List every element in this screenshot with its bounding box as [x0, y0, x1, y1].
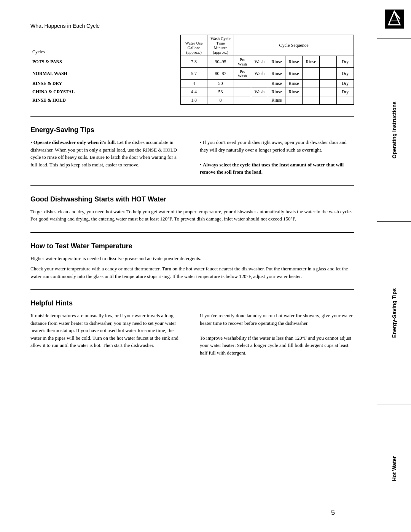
seq-empty1-rinsehold [234, 96, 251, 105]
seq-empty4-rinsedry [320, 80, 337, 88]
cycle-name-normal: NORMAL WASH [30, 68, 181, 80]
sidebar-tab-energy[interactable]: Energy-Saving Tips [377, 221, 411, 404]
brand-logo-icon [383, 8, 406, 30]
seq-dry-rinsedry: Dry [337, 80, 354, 88]
hot-water-section: Good Dishwashing Starts with HOT Water T… [30, 195, 354, 223]
seq-prewash-normal: PreWash [234, 68, 251, 80]
table-row: CHINA & CRYSTAL 4.4 53 Wash Rinse Rinse … [30, 88, 354, 96]
sidebar-tabs: Operating Instructions Energy-Saving Tip… [377, 38, 411, 532]
seq-rinse1-rinsedry: Rinse [268, 80, 285, 88]
hot-water-body: To get dishes clean and dry, you need ho… [30, 208, 354, 223]
divider-2 [30, 185, 354, 186]
helpful-hints-section: Helpful Hints If outside temperatures ar… [30, 299, 354, 356]
water-temp-para2: Check your water temperature with a cand… [30, 265, 354, 280]
helpful-hints-content: If outside temperatures are unusually lo… [30, 312, 354, 356]
seq-empty1-rinsedry [234, 80, 251, 88]
water-temp-section: How to Test Water Temperature Higher wat… [30, 242, 354, 280]
seq-empty2-china [303, 88, 320, 96]
seq-wash-china: Wash [251, 88, 268, 96]
cycle-name-rinse-hold: RINSE & HOLD [30, 96, 181, 105]
water-temp-para1: Higher water temperature is needed to di… [30, 255, 354, 262]
water-temp-title: How to Test Water Temperature [30, 242, 354, 250]
cycle-name-rinse-dry: RINSE & DRY [30, 80, 181, 88]
col-water-header: Water UseGallons(approx.) [181, 35, 207, 56]
cycle-time-normal: 80–87 [207, 68, 234, 80]
cycle-water-normal: 5.7 [181, 68, 207, 80]
seq-empty2-normal [320, 68, 337, 80]
seq-empty-pots [320, 56, 337, 68]
seq-rinse2-rinsedry: Rinse [285, 80, 303, 88]
seq-rinse3-pots: Rinse [303, 56, 320, 68]
seq-empty5-rinsehold [320, 96, 337, 105]
cycle-time-china: 53 [207, 88, 234, 96]
cycle-time-rinse-dry: 50 [207, 80, 234, 88]
energy-saving-section: Energy-Saving Tips • Operate dishwasher … [30, 126, 354, 176]
seq-rinse1-normal: Rinse [268, 68, 285, 80]
seq-dry-china: Dry [337, 88, 354, 96]
col-cycles-header: Cycles [30, 35, 181, 56]
seq-empty6-rinsehold [337, 96, 354, 105]
seq-empty2-rinsehold [251, 96, 268, 105]
seq-empty1-china [234, 88, 251, 96]
section-heading: What Happens in Each Cycle [30, 23, 354, 29]
energy-saving-bold2: Always select the cycle that uses the le… [200, 162, 344, 175]
energy-saving-left: • Operate dishwasher only when it's full… [30, 139, 185, 176]
helpful-hints-left: If outside temperatures are unusually lo… [30, 312, 185, 356]
seq-prewash-pots: PreWash [234, 56, 251, 68]
cycle-table: Cycles Water UseGallons(approx.) Wash Cy… [30, 35, 354, 105]
seq-empty1-normal [303, 68, 320, 80]
cycle-water-rinse-hold: 1.8 [181, 96, 207, 105]
hot-water-title: Good Dishwashing Starts with HOT Water [30, 195, 354, 203]
seq-empty3-rinsedry [303, 80, 320, 88]
cycle-water-rinse-dry: 4 [181, 80, 207, 88]
energy-saving-para3: • Always select the cycle that uses the … [200, 161, 354, 176]
energy-saving-title: Energy-Saving Tips [30, 126, 354, 134]
energy-saving-bold1: Operate dishwasher only when it's full. [33, 139, 116, 145]
helpful-hints-right: If you've recently done laundry or run h… [200, 312, 354, 356]
seq-empty2-rinsedry [251, 80, 268, 88]
seq-rinse1-rinsehold: Rinse [268, 96, 285, 105]
energy-saving-para1: • Operate dishwasher only when it's full… [30, 139, 185, 168]
right-sidebar: Operating Instructions Energy-Saving Tip… [377, 0, 411, 532]
seq-rinse2-normal: Rinse [285, 68, 303, 80]
cycle-water-china: 4.4 [181, 88, 207, 96]
cycle-name-china: CHINA & CRYSTAL [30, 88, 181, 96]
sidebar-tab-operating[interactable]: Operating Instructions [377, 38, 411, 221]
seq-empty3-rinsehold [285, 96, 303, 105]
helpful-hints-right-p1: If you've recently done laundry or run h… [200, 312, 354, 327]
seq-empty3-china [320, 88, 337, 96]
main-content: What Happens in Each Cycle Cycles Water … [0, 0, 377, 532]
seq-dry-normal: Dry [337, 68, 354, 80]
table-header-row: Cycles Water UseGallons(approx.) Wash Cy… [30, 35, 354, 56]
seq-rinse1-china: Rinse [268, 88, 285, 96]
table-row: NORMAL WASH 5.7 80–87 PreWash Wash Rinse… [30, 68, 354, 80]
cycle-time-rinse-hold: 8 [207, 96, 234, 105]
energy-saving-right: • If you don't need your dishes right aw… [200, 139, 354, 176]
energy-saving-para2: • If you don't need your dishes right aw… [200, 139, 354, 153]
col-sequence-header: Cycle Sequence [234, 35, 354, 56]
table-row: RINSE & HOLD 1.8 8 Rinse [30, 96, 354, 105]
helpful-hints-title: Helpful Hints [30, 299, 354, 307]
divider-4 [30, 289, 354, 290]
cycle-name-pots: POTS & PANS [30, 56, 181, 68]
table-row: POTS & PANS 7.3 90–95 PreWash Wash Rinse… [30, 56, 354, 68]
table-row: RINSE & DRY 4 50 Rinse Rinse Dry [30, 80, 354, 88]
energy-saving-content: • Operate dishwasher only when it's full… [30, 139, 354, 176]
divider-3 [30, 232, 354, 233]
seq-rinse1-pots: Rinse [268, 56, 285, 68]
seq-rinse2-china: Rinse [285, 88, 303, 96]
seq-empty4-rinsehold [303, 96, 320, 105]
helpful-hints-right-p2: To improve washability if the water is l… [200, 334, 354, 357]
col-time-header: Wash CycleTimeMinutes(approx.) [207, 35, 234, 56]
seq-rinse2-pots: Rinse [285, 56, 303, 68]
sidebar-tab-hot-water[interactable]: Hot Water [377, 405, 411, 532]
page-number: 5 [331, 509, 335, 517]
cycle-time-pots: 90–95 [207, 56, 234, 68]
cycle-water-pots: 7.3 [181, 56, 207, 68]
seq-wash-normal: Wash [251, 68, 268, 80]
divider-1 [30, 116, 354, 117]
logo-area [377, 0, 411, 38]
seq-dry-pots: Dry [337, 56, 354, 68]
seq-wash-pots: Wash [251, 56, 268, 68]
